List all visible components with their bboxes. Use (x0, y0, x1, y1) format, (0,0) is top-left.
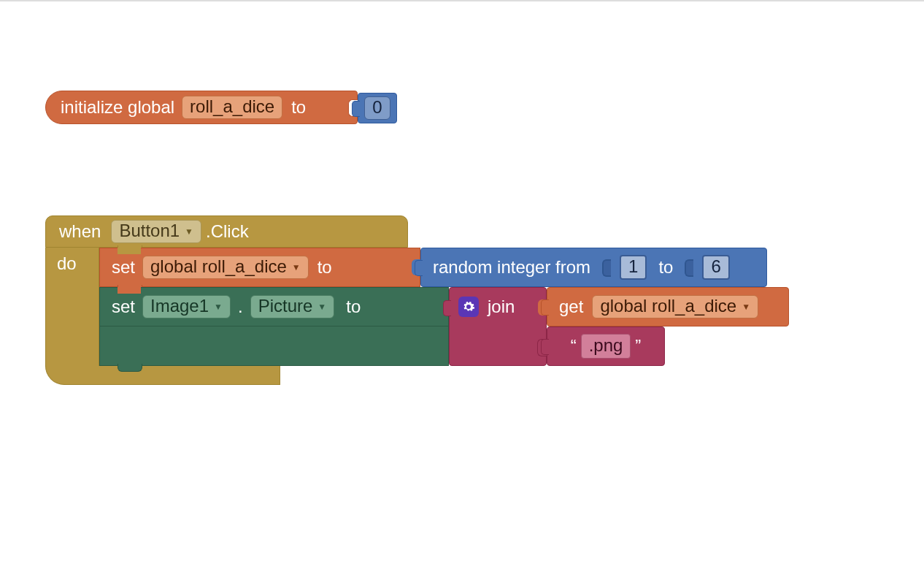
initialize-global-prefix: initialize global (61, 97, 174, 118)
to-label: to (346, 297, 361, 317)
chevron-down-icon: ▼ (742, 302, 750, 312)
initialize-global-body[interactable]: initialize global roll_a_dice to (45, 91, 358, 124)
random-integer-block[interactable]: random integer from 1 to 6 (420, 248, 767, 287)
set-property-block-ext (99, 326, 449, 366)
get-var-name: global roll_a_dice (600, 297, 736, 316)
event-header[interactable]: when Button1 ▼ .Click (45, 215, 408, 248)
to-label: to (291, 97, 306, 118)
event-suffix: .Click (206, 221, 249, 242)
dot-label: . (238, 297, 243, 317)
set-global-block[interactable]: set global roll_a_dice ▼ to (99, 248, 420, 287)
stack-notch (118, 287, 141, 294)
number-literal-block[interactable]: 0 (358, 93, 397, 123)
text-literal-block[interactable]: “ .png ” (547, 326, 665, 366)
event-component-name: Button1 (119, 221, 180, 240)
open-quote: “ (571, 336, 577, 356)
value-socket (602, 259, 611, 277)
random-from-value[interactable]: 1 (620, 255, 647, 280)
global-var-name: roll_a_dice (190, 97, 274, 116)
property-name: Picture (258, 297, 313, 316)
blocks-canvas[interactable]: initialize global roll_a_dice to 0 when … (0, 1, 924, 569)
random-to-value[interactable]: 6 (702, 255, 729, 280)
when-click-event-block[interactable]: when Button1 ▼ .Click do set global roll… (45, 215, 775, 387)
plug (541, 299, 549, 316)
gear-icon[interactable] (458, 297, 479, 317)
plug (352, 101, 360, 117)
get-label: get (559, 297, 583, 317)
plug (443, 300, 451, 316)
set-label: set (112, 257, 135, 278)
join-block[interactable]: join (449, 287, 547, 366)
get-variable-block[interactable]: get global roll_a_dice ▼ (547, 287, 789, 326)
event-footer (45, 366, 280, 385)
initialize-global-block[interactable]: initialize global roll_a_dice to 0 (45, 91, 390, 124)
value-socket (685, 259, 693, 277)
to-label: to (317, 257, 332, 278)
component-dropdown[interactable]: Image1 ▼ (142, 295, 231, 318)
close-quote: ” (635, 336, 641, 356)
plug (415, 260, 423, 276)
component-name: Image1 (150, 297, 209, 316)
set-label: set (112, 297, 135, 317)
stack-notch (118, 248, 141, 254)
stack-notch (118, 364, 142, 372)
plug (541, 339, 549, 355)
when-label: when (59, 221, 101, 242)
global-var-name-chip[interactable]: roll_a_dice (182, 96, 282, 119)
event-component-dropdown[interactable]: Button1 ▼ (111, 220, 201, 243)
do-label: do (57, 253, 77, 274)
chevron-down-icon: ▼ (214, 302, 223, 312)
random-to-label: to (658, 257, 673, 278)
chevron-down-icon: ▼ (185, 227, 193, 237)
set-property-block[interactable]: set Image1 ▼ . Picture ▼ to (99, 287, 449, 326)
set-global-var-dropdown[interactable]: global roll_a_dice ▼ (142, 256, 309, 279)
get-var-dropdown[interactable]: global roll_a_dice ▼ (592, 295, 758, 318)
chevron-down-icon: ▼ (317, 302, 326, 312)
property-dropdown[interactable]: Picture ▼ (250, 295, 335, 318)
join-label: join (488, 297, 515, 317)
chevron-down-icon: ▼ (292, 263, 301, 272)
text-literal-value[interactable]: .png (581, 334, 631, 359)
number-value[interactable]: 0 (364, 96, 390, 120)
random-from-label: random integer from (433, 257, 590, 278)
set-global-var-name: global roll_a_dice (150, 257, 287, 276)
